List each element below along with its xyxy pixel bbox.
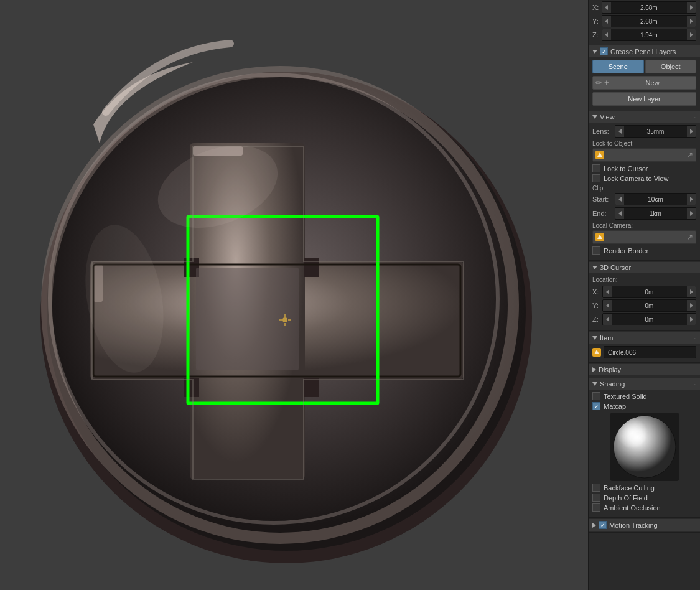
item-section: Item ··· Circle.006 [589,331,700,363]
cursor-y-right[interactable] [687,300,696,311]
view-collapse-icon[interactable] [592,115,597,119]
cursor-collapse-icon[interactable] [592,266,597,269]
item-collapse-icon[interactable] [592,336,597,340]
ambient-occlusion-row: Ambient Occlusion [592,503,696,512]
x-right-arrow[interactable] [687,2,696,13]
textured-solid-checkbox[interactable] [592,392,600,400]
view-header-left: View [592,113,615,121]
lens-right-arrow[interactable] [687,126,696,137]
lock-camera-to-view-checkbox[interactable] [592,174,600,182]
grease-pencil-header: Grease Pencil Layers [589,45,700,57]
new-layer-button[interactable]: New Layer [592,92,696,106]
z-right-arrow[interactable] [687,29,696,40]
plus-icon: + [604,78,609,88]
cursor-y-label: Y: [592,302,602,309]
view-content: Lens: 35mm Lock to Object: ↗ [589,123,700,259]
shading-dots: ··· [690,382,696,387]
item-name-input[interactable]: Circle.006 [604,346,696,358]
ambient-occlusion-label: Ambient Occlusion [604,504,661,512]
start-label: Start: [592,195,612,203]
cursor-z-row: Z: 0m [592,313,696,325]
matcap-checkbox[interactable] [592,402,600,410]
shading-collapse-icon[interactable] [592,382,597,386]
z-left-arrow[interactable] [602,29,611,40]
object-button[interactable]: Object [645,60,697,73]
cursor-y-left[interactable] [603,300,612,311]
cursor-x-row: X: 0m [592,286,696,298]
clip-label: Clip: [592,185,605,192]
display-label: Display [599,366,621,373]
new-row: ✏ + New [592,76,696,90]
clip-end-row: End: 1km [592,207,696,220]
end-input[interactable]: 1km [615,207,696,220]
cursor-header-left: 3D Cursor [592,264,631,271]
ambient-occlusion-checkbox[interactable] [592,503,600,512]
shading-section: Shading ··· Textured Solid Matcap [589,377,700,518]
shading-header[interactable]: Shading ··· [589,378,700,390]
cursor-y-row: Y: 0m [592,299,696,312]
lens-left-arrow[interactable] [615,126,624,137]
y-input[interactable]: 2.68m [602,15,696,27]
item-header-left: Item [592,334,613,342]
shading-label: Shading [600,380,625,388]
cursor-z-left[interactable] [603,314,612,325]
local-camera-link-icon: ↗ [687,233,693,241]
x-input[interactable]: 2.68m [602,1,696,14]
y-value: 2.68m [611,18,687,25]
backface-culling-label: Backface Culling [604,484,655,492]
cursor-header[interactable]: 3D Cursor ··· [589,262,700,273]
local-camera-btn[interactable]: ↗ [592,230,696,244]
end-left-arrow[interactable] [615,208,624,219]
cursor-z-right[interactable] [687,314,696,325]
new-label: New [612,79,693,87]
gp-checkbox[interactable] [600,47,608,55]
gp-collapse-icon[interactable] [592,50,597,54]
start-input[interactable]: 10cm [615,193,696,205]
svg-marker-23 [597,152,602,157]
cursor-x-right[interactable] [687,286,696,297]
motion-tracking-header[interactable]: Motion Tracking ··· [589,519,700,531]
view-header[interactable]: View ··· [589,111,700,123]
end-label: End: [592,210,612,217]
svg-rect-12 [304,378,319,397]
start-right-arrow[interactable] [687,194,696,205]
matcap-thumbnail[interactable] [610,413,679,481]
backface-culling-checkbox[interactable] [592,484,600,492]
start-left-arrow[interactable] [615,194,624,205]
cursor-x-input[interactable]: 0m [602,286,696,298]
cursor-z-input[interactable]: 0m [602,313,696,325]
render-border-checkbox[interactable] [592,246,600,255]
x-label: X: [592,4,602,11]
lens-input[interactable]: 35mm [615,125,696,138]
backface-culling-row: Backface Culling [592,484,696,492]
display-collapse-icon[interactable] [592,367,596,372]
item-header[interactable]: Item ··· [589,332,700,344]
camera-icon [595,233,604,241]
cursor-content: Location: X: 0m Y: 0m Z: [589,273,700,329]
z-input[interactable]: 1.94m [602,29,696,41]
lock-to-cursor-checkbox[interactable] [592,164,600,172]
scene-button[interactable]: Scene [592,60,644,73]
cursor-z-value: 0m [612,316,687,323]
y-right-arrow[interactable] [687,16,696,27]
depth-of-field-checkbox[interactable] [592,494,600,502]
matcap-row: Matcap [592,402,696,410]
end-right-arrow[interactable] [687,208,696,219]
viewport[interactable] [0,0,588,590]
cursor-x-left[interactable] [603,286,612,297]
motion-tracking-collapse-icon[interactable] [592,523,596,528]
lens-label: Lens: [592,128,612,135]
display-header[interactable]: Display ··· [589,364,700,375]
textured-solid-label: Textured Solid [604,393,647,400]
lens-row: Lens: 35mm [592,125,696,138]
motion-tracking-section: Motion Tracking ··· [589,518,700,533]
pencil-icon: ✏ [595,78,602,87]
lock-to-object-btn[interactable]: ↗ [592,148,696,162]
scene-object-row: Scene Object [592,60,696,73]
motion-tracking-checkbox[interactable] [599,521,607,529]
y-left-arrow[interactable] [602,16,611,27]
x-left-arrow[interactable] [602,2,611,13]
z-label: Z: [592,31,602,39]
cursor-y-input[interactable]: 0m [602,299,696,312]
location-label-row: Location: [592,276,696,283]
